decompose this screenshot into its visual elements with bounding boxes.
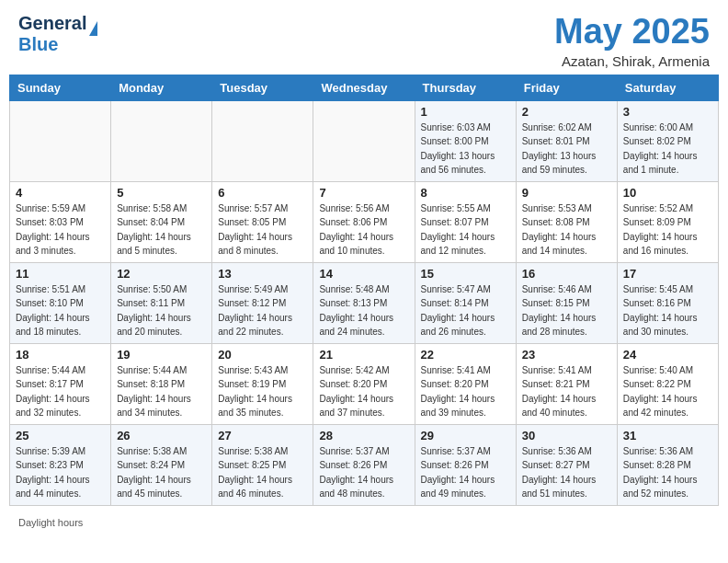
calendar-cell: 19Sunrise: 5:44 AM Sunset: 8:18 PM Dayli… bbox=[111, 343, 212, 424]
day-number: 17 bbox=[623, 267, 712, 281]
calendar-cell: 21Sunrise: 5:42 AM Sunset: 8:20 PM Dayli… bbox=[313, 343, 415, 424]
logo-blue: Blue bbox=[18, 34, 58, 54]
calendar-cell: 1Sunrise: 6:03 AM Sunset: 8:00 PM Daylig… bbox=[415, 100, 516, 181]
day-info: Sunrise: 5:38 AM Sunset: 8:24 PM Dayligh… bbox=[117, 444, 206, 501]
day-header: Saturday bbox=[617, 75, 718, 100]
calendar-cell: 27Sunrise: 5:38 AM Sunset: 8:25 PM Dayli… bbox=[212, 424, 313, 505]
day-header: Wednesday bbox=[313, 75, 415, 100]
logo-icon bbox=[89, 21, 97, 36]
day-info: Sunrise: 5:40 AM Sunset: 8:22 PM Dayligh… bbox=[623, 363, 712, 420]
calendar-week-row: 11Sunrise: 5:51 AM Sunset: 8:10 PM Dayli… bbox=[10, 262, 719, 343]
calendar-week-row: 1Sunrise: 6:03 AM Sunset: 8:00 PM Daylig… bbox=[10, 100, 719, 181]
calendar-cell: 3Sunrise: 6:00 AM Sunset: 8:02 PM Daylig… bbox=[617, 100, 718, 181]
calendar-header: SundayMondayTuesdayWednesdayThursdayFrid… bbox=[10, 75, 719, 100]
location: Azatan, Shirak, Armenia bbox=[554, 53, 710, 69]
day-info: Sunrise: 5:46 AM Sunset: 8:15 PM Dayligh… bbox=[522, 282, 611, 339]
day-info: Sunrise: 5:36 AM Sunset: 8:27 PM Dayligh… bbox=[522, 444, 611, 501]
day-info: Sunrise: 5:39 AM Sunset: 8:23 PM Dayligh… bbox=[16, 444, 105, 501]
day-info: Sunrise: 5:37 AM Sunset: 8:26 PM Dayligh… bbox=[319, 444, 408, 501]
day-number: 8 bbox=[421, 186, 510, 200]
calendar-cell: 6Sunrise: 5:57 AM Sunset: 8:05 PM Daylig… bbox=[212, 181, 313, 262]
day-number: 24 bbox=[623, 348, 712, 362]
calendar-cell: 18Sunrise: 5:44 AM Sunset: 8:17 PM Dayli… bbox=[10, 343, 111, 424]
calendar-cell: 31Sunrise: 5:36 AM Sunset: 8:28 PM Dayli… bbox=[617, 424, 718, 505]
calendar-cell: 20Sunrise: 5:43 AM Sunset: 8:19 PM Dayli… bbox=[212, 343, 313, 424]
day-number: 10 bbox=[623, 186, 712, 200]
day-info: Sunrise: 5:53 AM Sunset: 8:08 PM Dayligh… bbox=[522, 201, 611, 259]
day-number: 12 bbox=[117, 267, 206, 281]
calendar-cell: 26Sunrise: 5:38 AM Sunset: 8:24 PM Dayli… bbox=[111, 424, 212, 505]
day-info: Sunrise: 5:41 AM Sunset: 8:21 PM Dayligh… bbox=[522, 363, 611, 420]
calendar-week-row: 25Sunrise: 5:39 AM Sunset: 8:23 PM Dayli… bbox=[10, 424, 719, 505]
day-info: Sunrise: 5:55 AM Sunset: 8:07 PM Dayligh… bbox=[421, 201, 510, 259]
calendar-cell: 16Sunrise: 5:46 AM Sunset: 8:15 PM Dayli… bbox=[516, 262, 617, 343]
day-header: Sunday bbox=[10, 75, 111, 100]
day-number: 21 bbox=[319, 348, 408, 362]
calendar-cell: 10Sunrise: 5:52 AM Sunset: 8:09 PM Dayli… bbox=[617, 181, 718, 262]
day-number: 18 bbox=[16, 348, 105, 362]
title-block: May 2025 Azatan, Shirak, Armenia bbox=[554, 13, 710, 69]
calendar-wrapper: SundayMondayTuesdayWednesdayThursdayFrid… bbox=[0, 75, 728, 515]
day-number: 14 bbox=[319, 267, 408, 281]
calendar-cell: 5Sunrise: 5:58 AM Sunset: 8:04 PM Daylig… bbox=[111, 181, 212, 262]
calendar-cell: 24Sunrise: 5:40 AM Sunset: 8:22 PM Dayli… bbox=[617, 343, 718, 424]
calendar-cell: 2Sunrise: 6:02 AM Sunset: 8:01 PM Daylig… bbox=[516, 100, 617, 181]
calendar-week-row: 4Sunrise: 5:59 AM Sunset: 8:03 PM Daylig… bbox=[10, 181, 719, 262]
calendar-cell: 7Sunrise: 5:56 AM Sunset: 8:06 PM Daylig… bbox=[313, 181, 415, 262]
day-number: 13 bbox=[218, 267, 307, 281]
day-number: 4 bbox=[16, 186, 105, 200]
calendar-week-row: 18Sunrise: 5:44 AM Sunset: 8:17 PM Dayli… bbox=[10, 343, 719, 424]
calendar-cell: 13Sunrise: 5:49 AM Sunset: 8:12 PM Dayli… bbox=[212, 262, 313, 343]
calendar-cell: 28Sunrise: 5:37 AM Sunset: 8:26 PM Dayli… bbox=[313, 424, 415, 505]
day-header: Tuesday bbox=[212, 75, 313, 100]
calendar-cell bbox=[111, 100, 212, 181]
day-info: Sunrise: 6:02 AM Sunset: 8:01 PM Dayligh… bbox=[522, 121, 611, 178]
day-info: Sunrise: 5:36 AM Sunset: 8:28 PM Dayligh… bbox=[623, 444, 712, 501]
calendar-cell: 30Sunrise: 5:36 AM Sunset: 8:27 PM Dayli… bbox=[516, 424, 617, 505]
day-info: Sunrise: 5:44 AM Sunset: 8:18 PM Dayligh… bbox=[117, 363, 206, 420]
calendar-body: 1Sunrise: 6:03 AM Sunset: 8:00 PM Daylig… bbox=[10, 100, 719, 505]
calendar-cell: 9Sunrise: 5:53 AM Sunset: 8:08 PM Daylig… bbox=[516, 181, 617, 262]
day-info: Sunrise: 5:57 AM Sunset: 8:05 PM Dayligh… bbox=[218, 201, 307, 259]
calendar-cell: 25Sunrise: 5:39 AM Sunset: 8:23 PM Dayli… bbox=[10, 424, 111, 505]
day-number: 30 bbox=[522, 429, 611, 442]
day-info: Sunrise: 5:47 AM Sunset: 8:14 PM Dayligh… bbox=[421, 282, 510, 339]
day-info: Sunrise: 5:43 AM Sunset: 8:19 PM Dayligh… bbox=[218, 363, 307, 420]
day-info: Sunrise: 5:48 AM Sunset: 8:13 PM Dayligh… bbox=[319, 282, 408, 339]
day-info: Sunrise: 5:51 AM Sunset: 8:10 PM Dayligh… bbox=[16, 282, 105, 339]
calendar-cell: 4Sunrise: 5:59 AM Sunset: 8:03 PM Daylig… bbox=[10, 181, 111, 262]
day-number: 23 bbox=[522, 348, 611, 362]
day-number: 1 bbox=[421, 105, 510, 119]
month-year: May 2025 bbox=[554, 13, 710, 52]
calendar-cell: 11Sunrise: 5:51 AM Sunset: 8:10 PM Dayli… bbox=[10, 262, 111, 343]
calendar-cell: 17Sunrise: 5:45 AM Sunset: 8:16 PM Dayli… bbox=[617, 262, 718, 343]
day-number: 19 bbox=[117, 348, 206, 362]
calendar-table: SundayMondayTuesdayWednesdayThursdayFrid… bbox=[9, 75, 719, 506]
day-number: 28 bbox=[319, 429, 408, 442]
logo-text-block: General Blue bbox=[18, 13, 97, 55]
footer: Daylight hours bbox=[0, 515, 728, 535]
day-number: 5 bbox=[117, 186, 206, 200]
day-info: Sunrise: 5:44 AM Sunset: 8:17 PM Dayligh… bbox=[16, 363, 105, 420]
day-header: Thursday bbox=[415, 75, 516, 100]
calendar-cell: 15Sunrise: 5:47 AM Sunset: 8:14 PM Dayli… bbox=[415, 262, 516, 343]
calendar-cell: 23Sunrise: 5:41 AM Sunset: 8:21 PM Dayli… bbox=[516, 343, 617, 424]
day-number: 25 bbox=[16, 429, 105, 442]
day-number: 16 bbox=[522, 267, 611, 281]
day-number: 11 bbox=[16, 267, 105, 281]
day-number: 22 bbox=[421, 348, 510, 362]
day-info: Sunrise: 5:37 AM Sunset: 8:26 PM Dayligh… bbox=[421, 444, 510, 501]
day-info: Sunrise: 5:42 AM Sunset: 8:20 PM Dayligh… bbox=[319, 363, 408, 420]
day-number: 7 bbox=[319, 186, 408, 200]
day-info: Sunrise: 5:58 AM Sunset: 8:04 PM Dayligh… bbox=[117, 201, 206, 259]
day-number: 29 bbox=[421, 429, 510, 442]
logo: General Blue bbox=[18, 13, 97, 55]
logo-general: General bbox=[18, 13, 86, 33]
day-number: 6 bbox=[218, 186, 307, 200]
header-row: SundayMondayTuesdayWednesdayThursdayFrid… bbox=[10, 75, 719, 100]
day-number: 27 bbox=[218, 429, 307, 442]
calendar-cell: 22Sunrise: 5:41 AM Sunset: 8:20 PM Dayli… bbox=[415, 343, 516, 424]
footer-note: Daylight hours bbox=[18, 517, 83, 528]
day-info: Sunrise: 5:45 AM Sunset: 8:16 PM Dayligh… bbox=[623, 282, 712, 339]
day-number: 2 bbox=[522, 105, 611, 119]
